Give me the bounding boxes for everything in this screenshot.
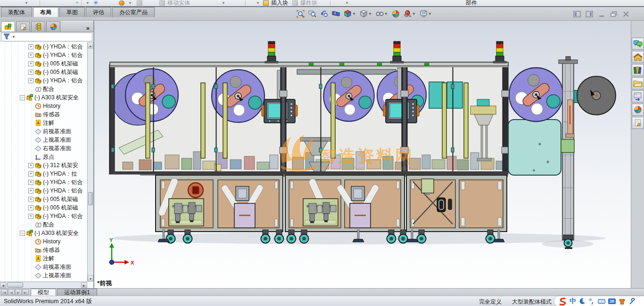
command-tab-3[interactable]: 评估 bbox=[86, 7, 111, 17]
expand-box[interactable]: + bbox=[28, 61, 33, 66]
tree-horizontal-scrollbar[interactable]: ◀ ▶ bbox=[0, 282, 87, 288]
zoom-to-area-button[interactable] bbox=[306, 8, 318, 19]
tree-item-label[interactable]: (-) YHDA：铝合 bbox=[43, 43, 83, 51]
tree-item-label[interactable]: (-) 005 机架磁 bbox=[43, 204, 78, 212]
tree-row[interactable]: +(-) 312 机架安 bbox=[0, 161, 87, 169]
toolbar-icon[interactable] bbox=[137, 0, 142, 6]
dropdown-arrow-icon[interactable]: ▼ bbox=[128, 0, 132, 6]
toolbar-icon[interactable] bbox=[292, 0, 298, 6]
scroll-right-arrow[interactable]: ▶ bbox=[81, 282, 87, 288]
tree-item-label[interactable]: 原点 bbox=[43, 153, 54, 161]
edit-appearance-button[interactable] bbox=[390, 8, 402, 19]
tree-item-label[interactable]: 前视基准面 bbox=[43, 263, 71, 271]
asterisk-icon[interactable]: ✳ bbox=[93, 0, 98, 6]
toolbar-icon[interactable] bbox=[263, 0, 269, 6]
close-button[interactable] bbox=[622, 10, 630, 17]
scroll-left-arrow[interactable]: ◀ bbox=[0, 282, 6, 288]
filter-dropdown-arrow[interactable]: ▼ bbox=[12, 35, 16, 39]
prev-tab-button[interactable]: ◀ bbox=[8, 289, 15, 295]
next-tab-button[interactable]: ▶ bbox=[15, 289, 22, 295]
tree-item-label[interactable]: 配合 bbox=[43, 221, 54, 229]
expand-box[interactable]: + bbox=[28, 205, 33, 210]
expand-box[interactable]: + bbox=[28, 214, 33, 219]
command-tab-4[interactable]: 办公室产品 bbox=[112, 7, 155, 17]
tree-item-label[interactable]: 传感器 bbox=[43, 111, 60, 119]
dropdown-arrow-icon[interactable]: ▼ bbox=[256, 0, 260, 6]
tree-row[interactable]: +(-) YHDA：铝合 bbox=[0, 178, 87, 186]
tree-row[interactable]: 原点 bbox=[0, 153, 87, 161]
expand-box[interactable]: + bbox=[28, 188, 33, 193]
restore-button[interactable] bbox=[610, 10, 618, 17]
tree-row[interactable]: 右视基准面 bbox=[0, 144, 87, 153]
collapse-box[interactable]: − bbox=[20, 231, 25, 236]
tree-item-label[interactable]: 右视基准面 bbox=[43, 145, 71, 153]
tree-vertical-scrollbar[interactable]: ▲ ▼ bbox=[87, 42, 93, 282]
dropdown-arrow-icon[interactable]: ▼ bbox=[384, 12, 388, 16]
tree-item-label[interactable]: 注解 bbox=[43, 255, 54, 263]
tree-row[interactable]: +(-) YHDA：铝合 bbox=[0, 51, 87, 59]
panel-tabs-overflow[interactable]: » bbox=[86, 24, 90, 32]
bottom-tab-0[interactable]: 模型 bbox=[31, 289, 56, 296]
tree-item-label[interactable]: (-) YHDA：拉 bbox=[43, 170, 77, 178]
collapse-right-pane-button[interactable] bbox=[585, 10, 593, 17]
apply-scene-button[interactable]: ▼ bbox=[402, 8, 418, 19]
last-tab-button[interactable]: ▶| bbox=[22, 289, 29, 295]
tree-row[interactable]: +(-) YHDA：拉 bbox=[0, 169, 87, 178]
tree-item-label[interactable]: (-) YHDA：铝合 bbox=[43, 212, 83, 220]
first-tab-button[interactable]: |◀ bbox=[1, 289, 8, 295]
ime-moon-icon[interactable] bbox=[578, 298, 586, 305]
expand-box[interactable]: + bbox=[28, 70, 33, 75]
tree-filter[interactable]: ▼ bbox=[1, 32, 92, 41]
taskpane-view-palette-button[interactable] bbox=[632, 90, 644, 103]
tree-row[interactable]: +(-) YHDA：铝合 bbox=[0, 76, 87, 85]
collapse-left-pane-button[interactable] bbox=[573, 10, 581, 17]
toolbar-icon[interactable] bbox=[119, 0, 124, 6]
ime-skin-shirt-icon[interactable] bbox=[618, 298, 626, 305]
tree-row[interactable]: 注解 bbox=[0, 254, 87, 263]
ime-toolbar[interactable]: 中20 bbox=[554, 296, 644, 306]
taskpane-forum-button[interactable] bbox=[632, 38, 644, 50]
toolbar-label[interactable]: 移动实体 bbox=[167, 0, 190, 6]
tree-item-label[interactable]: 前视基准面 bbox=[43, 128, 71, 136]
tree-item-label[interactable]: (-) A303 机架安全 bbox=[34, 94, 79, 102]
graphics-viewport[interactable]: 智造资料网 INTELLIGENT MANUFACTURING DATA Y X… bbox=[94, 21, 631, 288]
dropdown-arrow-icon[interactable]: ▼ bbox=[412, 12, 416, 16]
tree-row[interactable]: +(-) YHDA：铝合 bbox=[0, 212, 87, 220]
dropdown-arrow-icon[interactable]: ▼ bbox=[368, 12, 372, 16]
taskpane-file-explorer-button[interactable] bbox=[632, 77, 644, 89]
tree-row[interactable]: +(-) YHDA：铝合 bbox=[0, 186, 87, 195]
tree-row[interactable]: 配合 bbox=[0, 220, 87, 229]
plus-icon[interactable]: + bbox=[75, 0, 79, 6]
tree-item-label[interactable]: 上视基准面 bbox=[43, 136, 71, 144]
tree-item-label[interactable]: (-) YHDA：铝合 bbox=[43, 187, 83, 195]
tree-item-label[interactable]: (-) YHDA：铝合 bbox=[43, 77, 83, 85]
tree-item-label[interactable]: 上视基准面 bbox=[43, 272, 71, 280]
ime-badge[interactable]: 20 bbox=[608, 298, 616, 304]
scroll-up-arrow[interactable]: ▲ bbox=[88, 42, 93, 48]
tree-item-label[interactable]: 配合 bbox=[43, 85, 54, 93]
section-view-button[interactable] bbox=[330, 8, 342, 19]
bottom-tab-1[interactable]: 运动算例1 bbox=[57, 289, 97, 296]
tree-item-label[interactable]: 传感器 bbox=[43, 246, 60, 254]
tree-row[interactable]: 上视基准面 bbox=[0, 271, 87, 280]
expand-box[interactable]: + bbox=[28, 163, 33, 168]
zoom-to-fit-button[interactable] bbox=[295, 8, 306, 19]
tree-row[interactable]: 上视基准面 bbox=[0, 136, 87, 144]
tree-row[interactable]: 传感器 bbox=[0, 110, 87, 119]
expand-box[interactable]: + bbox=[28, 53, 33, 58]
filter-funnel-icon[interactable] bbox=[3, 33, 10, 41]
tree-row[interactable]: +(-) 005 机架磁 bbox=[0, 59, 87, 68]
tree-row[interactable]: History bbox=[0, 102, 87, 110]
tree-row[interactable]: History bbox=[0, 237, 87, 246]
view-orientation-button[interactable]: ▼ bbox=[342, 8, 358, 19]
toolbar-label[interactable]: 爆炸块 bbox=[300, 0, 317, 6]
tree-item-label[interactable]: History bbox=[43, 103, 60, 109]
command-tab-0[interactable]: 装配体 bbox=[1, 7, 32, 17]
ime-keyboard-icon[interactable] bbox=[597, 298, 606, 305]
expand-box[interactable]: + bbox=[28, 180, 33, 185]
tree-row[interactable]: −(-) A303 机架安全 bbox=[0, 93, 87, 102]
taskpane-design-library-button[interactable] bbox=[632, 64, 644, 76]
dropdown-arrow-icon[interactable]: ▼ bbox=[86, 0, 90, 6]
tree-item-label[interactable]: (-) YHDA：铝合 bbox=[43, 51, 83, 59]
tree-row[interactable]: +(-) 005 机架磁 bbox=[0, 68, 87, 76]
